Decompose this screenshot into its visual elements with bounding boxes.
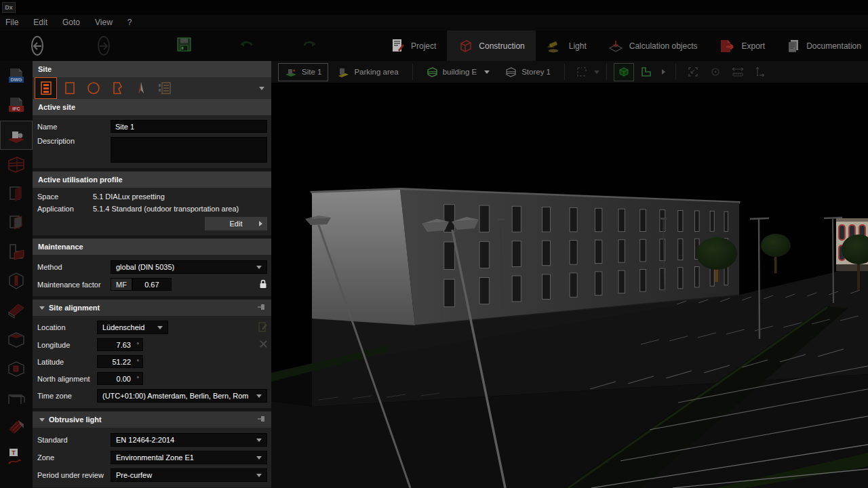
orbit-center-button[interactable] [705, 63, 726, 81]
scene-3d-view[interactable] [271, 83, 868, 488]
breadcrumb-site-button[interactable]: Site 1 [278, 63, 328, 81]
slab-tool-button[interactable] [0, 208, 33, 237]
tab-light[interactable]: Light [536, 30, 597, 61]
toolrow-dropdown[interactable] [259, 87, 269, 90]
tab-project[interactable]: Project [380, 30, 447, 61]
app-logo: Dx [2, 2, 16, 13]
ramp-tool-button[interactable] [0, 296, 33, 325]
text-tool-button[interactable]: T [0, 441, 33, 470]
tree [696, 237, 737, 270]
menu-view[interactable]: View [87, 15, 120, 30]
site-properties-button[interactable] [153, 77, 176, 99]
maintenance-method-select[interactable]: global (DIN 5035) [111, 260, 267, 274]
expand-arrow-icon[interactable] [662, 69, 665, 75]
north-alignment-value: 0.00 [101, 375, 131, 383]
tab-documentation[interactable]: Documentation [776, 30, 868, 61]
roof-icon [6, 242, 26, 262]
zone-select[interactable]: Environmental Zone E1 [111, 451, 267, 464]
viewport-3d[interactable] [271, 83, 868, 488]
furniture-tool-button[interactable] [0, 383, 33, 412]
ceiling-tool-button[interactable] [0, 325, 33, 354]
breadcrumb-building-button[interactable]: building E [420, 63, 497, 81]
space-value: 5.1 DIALux presetting [93, 192, 165, 201]
tab-construction[interactable]: Construction [447, 30, 535, 61]
column-icon [7, 271, 26, 291]
calculation-objects-icon [608, 39, 623, 54]
column-tool-button[interactable] [0, 266, 33, 296]
forward-button[interactable] [98, 36, 110, 56]
view-3d-button[interactable] [614, 63, 634, 81]
toolbar-separator [564, 64, 565, 80]
breadcrumb-parking-label: Parking area [354, 68, 398, 76]
site-tool-button[interactable] [0, 121, 33, 150]
undo-button[interactable] [239, 39, 254, 53]
roof-tool-button[interactable] [0, 237, 33, 266]
material-tool-button[interactable] [0, 412, 33, 441]
name-label: Name [37, 123, 111, 131]
draw-site-list-button[interactable] [35, 77, 57, 99]
undo-icon [239, 39, 254, 50]
edit-location-icon[interactable] [258, 322, 267, 333]
breadcrumb-parking-button[interactable]: Parking area [330, 63, 405, 81]
import-dwg-button[interactable]: DWG [0, 62, 33, 92]
active-site-section: Active site Name Site 1 Description [33, 99, 271, 168]
north-alignment-input[interactable]: 0.00 ° [97, 372, 143, 385]
site-icon [285, 66, 297, 77]
tab-label: Calculation objects [629, 41, 698, 51]
tab-calculation-objects[interactable]: Calculation objects [597, 30, 709, 61]
standard-value: EN 12464-2:2014 [116, 436, 254, 444]
edit-utilisation-button[interactable]: Edit [205, 217, 267, 230]
redo-button[interactable] [302, 39, 317, 53]
menu-edit[interactable]: Edit [26, 15, 55, 30]
redo-icon [302, 39, 317, 50]
menu-goto[interactable]: Goto [55, 15, 87, 30]
draw-rectangle-button[interactable] [58, 77, 81, 99]
opening-tool-button[interactable] [0, 354, 33, 383]
site-alignment-header[interactable]: Site alignment [33, 300, 271, 316]
draw-polygon-button[interactable] [106, 77, 128, 99]
site-name-input[interactable]: Site 1 [111, 120, 267, 133]
menu-file[interactable]: File [0, 15, 26, 30]
tab-export[interactable]: Export [709, 30, 776, 61]
maintenance-factor-input[interactable]: 0.67 [132, 278, 172, 291]
import-ifc-button[interactable]: IFC [0, 92, 33, 121]
draw-circle-button[interactable] [82, 77, 104, 99]
lock-icon[interactable] [259, 279, 267, 290]
slab-icon [7, 213, 26, 233]
latitude-input[interactable]: 51.22 ° [97, 355, 143, 368]
period-select[interactable]: Pre-curfew [111, 468, 267, 482]
chevron-down-icon [256, 439, 262, 442]
breadcrumb-storey-button[interactable]: Storey 1 [498, 63, 557, 81]
circle-icon [86, 81, 101, 96]
site-description-input[interactable] [111, 137, 267, 163]
storey-tool-button[interactable] [0, 179, 33, 208]
breadcrumb-storey-label: Storey 1 [521, 68, 551, 76]
tab-label: Documentation [806, 41, 861, 51]
fit-view-icon [687, 66, 699, 78]
timezone-select[interactable]: (UTC+01:00) Amsterdam, Berlin, Bern, Rom [97, 389, 267, 403]
cube-3d-icon [618, 66, 630, 78]
view-floorplan-button[interactable] [636, 63, 656, 81]
obtrusive-light-header[interactable]: Obtrusive light [33, 411, 271, 428]
svg-text:DWG: DWG [10, 77, 22, 82]
pin-icon[interactable] [258, 300, 266, 316]
breadcrumb-site-label: Site 1 [302, 68, 321, 76]
plan-view-button[interactable] [572, 63, 592, 81]
standard-select[interactable]: EN 12464-2:2014 [111, 433, 267, 447]
save-button[interactable] [176, 37, 192, 55]
menu-help[interactable]: ? [120, 15, 140, 30]
north-arrow-button[interactable] [130, 77, 152, 99]
clear-location-icon[interactable] [260, 340, 267, 349]
measure-horizontal-button[interactable] [728, 63, 748, 81]
zoom-fit-button[interactable] [683, 63, 703, 81]
ruler-icon [731, 66, 745, 78]
longitude-input[interactable]: 7.63 ° [97, 338, 143, 351]
latitude-value: 51.22 [101, 358, 131, 366]
back-button[interactable] [31, 36, 43, 56]
measure-vertical-button[interactable] [750, 63, 770, 81]
standard-label: Standard [37, 436, 111, 444]
building-tool-button[interactable] [0, 150, 33, 179]
pin-icon[interactable] [258, 411, 266, 428]
save-floppy-icon [176, 37, 192, 52]
location-select[interactable]: Lüdenscheid [97, 321, 168, 334]
